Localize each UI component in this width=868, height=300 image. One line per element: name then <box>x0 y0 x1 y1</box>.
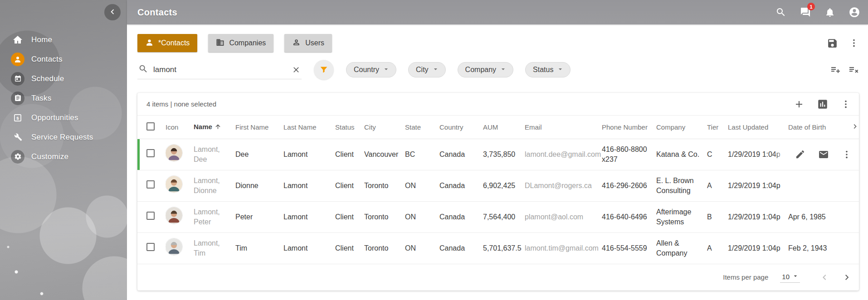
kebab-menu-icon[interactable] <box>842 150 852 160</box>
chevron-down-icon <box>432 65 439 75</box>
row-checkbox[interactable] <box>146 243 155 251</box>
sidebar-item-service-requests[interactable]: Service Requests <box>0 127 127 147</box>
tab-users[interactable]: Users <box>284 34 332 52</box>
previous-page-icon[interactable] <box>819 272 830 283</box>
kebab-menu-icon[interactable] <box>849 38 859 48</box>
city-cell: Vancouver <box>364 150 398 158</box>
chevron-down-icon <box>382 65 390 75</box>
column-header-first-name[interactable]: First Name <box>235 116 283 139</box>
sidebar-item-schedule[interactable]: Schedule <box>0 69 127 88</box>
sidebar-item-label: Tasks <box>31 94 51 103</box>
scroll-right-icon[interactable] <box>851 116 859 139</box>
phone-cell: 416-296-2606 <box>602 182 647 189</box>
edit-pencil-icon[interactable] <box>795 149 805 160</box>
last-updated-cell: 1/29/2019 1:04p <box>728 182 780 189</box>
account-icon[interactable] <box>848 6 861 19</box>
search-icon[interactable] <box>775 6 787 19</box>
state-cell: ON <box>405 213 416 221</box>
opportunities-icon: $ <box>11 111 24 125</box>
sidebar-item-home[interactable]: Home <box>0 30 127 49</box>
save-icon[interactable] <box>827 38 838 49</box>
chevron-down-icon <box>792 272 799 281</box>
column-header-aum[interactable]: AUM <box>483 116 525 139</box>
column-header-tier[interactable]: Tier <box>707 116 728 139</box>
last-name-cell: Lamont <box>283 150 307 158</box>
table-row[interactable]: Lamont, Dee Dee Lamont Client Vancouver … <box>137 139 859 170</box>
column-header-dob[interactable]: Date of Birth <box>788 116 851 139</box>
tab-companies[interactable]: Companies <box>208 34 273 52</box>
table-row[interactable]: Lamont, Peter Peter Lamont Client Toront… <box>137 201 859 232</box>
table-toolbar: 4 items | none selected <box>137 93 859 116</box>
column-header-email[interactable]: Email <box>525 116 602 139</box>
messages-icon[interactable]: 1 <box>799 6 812 19</box>
first-name-cell: Dionne <box>235 182 258 189</box>
tab-bar-actions <box>827 38 859 49</box>
sidebar-item-tasks[interactable]: Tasks <box>0 88 127 108</box>
contact-name: Lamont, Peter <box>194 208 220 226</box>
contact-name: Lamont, Dee <box>194 145 220 163</box>
column-header-last-name[interactable]: Last Name <box>283 116 335 139</box>
filter-bar-actions <box>830 64 859 75</box>
status-cell: Client <box>335 150 354 158</box>
clear-search-icon[interactable] <box>292 65 301 74</box>
filter-chip-company[interactable]: Company <box>458 62 513 77</box>
column-header-country[interactable]: Country <box>439 116 483 139</box>
company-cell: Afterimage Systems <box>656 208 691 226</box>
chip-label: Country <box>354 66 379 74</box>
company-cell: E. L. Brown Consulting <box>656 177 694 194</box>
chip-label: Status <box>533 66 553 74</box>
sidebar-item-customize[interactable]: Customize <box>0 147 127 166</box>
filter-add-icon[interactable] <box>830 64 841 75</box>
phone-cell: 416-860-8800 x237 <box>602 145 647 163</box>
page-size-select[interactable]: 10 <box>780 271 800 283</box>
email-envelope-icon[interactable] <box>818 149 829 160</box>
main-area: Contacts 1 <box>127 0 868 300</box>
filter-funnel-icon[interactable] <box>314 60 334 80</box>
phone-cell: 416-640-6496 <box>602 213 647 221</box>
row-checkbox[interactable] <box>146 212 155 220</box>
column-header-icon[interactable]: Icon <box>166 116 194 139</box>
filter-clear-icon[interactable] <box>848 64 859 75</box>
add-icon[interactable] <box>794 99 805 110</box>
contact-name: Lamont, Tim <box>194 239 220 257</box>
table-row[interactable]: Lamont, Tim Tim Lamont Client Toronto ON… <box>137 232 859 264</box>
notification-badge: 1 <box>807 3 815 10</box>
chart-icon[interactable] <box>817 98 829 110</box>
row-checkbox[interactable] <box>146 149 155 157</box>
sidebar-item-opportunities[interactable]: $ Opportunities <box>0 108 127 127</box>
filter-chip-city[interactable]: City <box>408 62 446 77</box>
filter-chip-country[interactable]: Country <box>346 62 396 77</box>
last-updated-cell: 1/29/2019 1:04p <box>728 150 780 158</box>
row-checkbox[interactable] <box>146 180 155 189</box>
first-name-cell: Dee <box>235 150 249 158</box>
user-outline-icon <box>292 38 301 48</box>
sort-ascending-icon <box>215 124 221 131</box>
status-cell: Client <box>335 182 354 189</box>
phone-cell: 416-554-5559 <box>602 244 647 252</box>
search-input[interactable] <box>153 65 287 74</box>
first-name-cell: Tim <box>235 244 247 252</box>
bell-icon[interactable] <box>824 6 836 19</box>
tab-contacts[interactable]: *Contacts <box>137 34 197 52</box>
next-page-icon[interactable] <box>842 272 853 283</box>
column-header-state[interactable]: State <box>405 116 439 139</box>
select-all-checkbox[interactable] <box>146 122 155 131</box>
sidebar-collapse-button[interactable] <box>104 4 121 20</box>
column-header-status[interactable]: Status <box>335 116 364 139</box>
calendar-icon <box>11 72 24 86</box>
column-header-phone[interactable]: Phone Number <box>602 116 656 139</box>
app-root: Home Contacts Schedule Tasks <box>0 0 868 300</box>
table-row[interactable]: Lamont, Dionne Dionne Lamont Client Toro… <box>137 170 859 201</box>
kebab-menu-icon[interactable] <box>841 99 851 109</box>
building-icon <box>216 38 224 48</box>
page-title: Contacts <box>137 7 177 18</box>
filter-chip-status[interactable]: Status <box>525 62 571 77</box>
contact-avatar <box>166 176 182 193</box>
sidebar-item-contacts[interactable]: Contacts <box>0 49 127 69</box>
column-header-company[interactable]: Company <box>656 116 707 139</box>
contact-avatar <box>166 145 182 161</box>
column-header-last-updated[interactable]: Last Updated <box>728 116 788 139</box>
status-cell: Client <box>335 244 354 252</box>
column-header-name[interactable]: Name <box>194 116 235 139</box>
column-header-city[interactable]: City <box>364 116 405 139</box>
